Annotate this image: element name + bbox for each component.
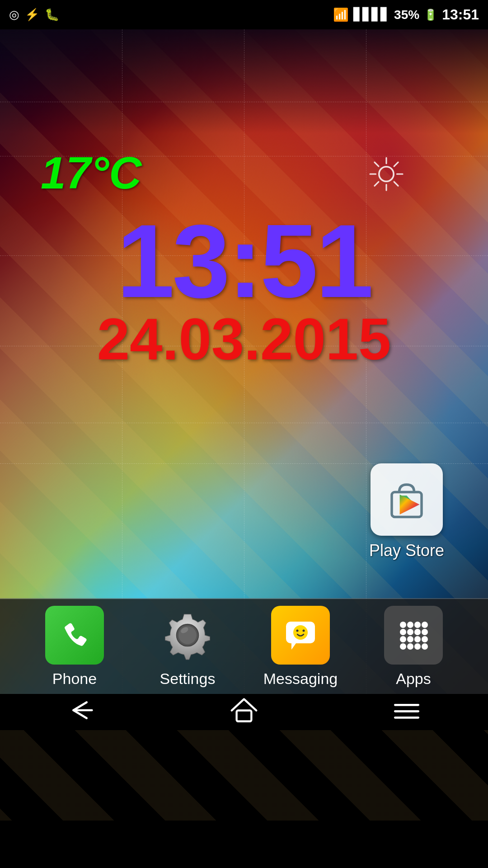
svg-marker-16 — [291, 643, 296, 650]
back-button[interactable] — [54, 699, 108, 726]
svg-point-30 — [414, 636, 421, 642]
apps-icon — [384, 606, 443, 665]
play-store-label: Play Store — [369, 541, 444, 560]
svg-point-24 — [400, 629, 406, 635]
usb-icon: ⚡ — [25, 8, 39, 22]
svg-marker-11 — [400, 495, 420, 514]
svg-point-22 — [414, 622, 421, 628]
dock: Phone — [0, 599, 488, 694]
apps-label: Apps — [396, 670, 431, 688]
wifi-icon: 📶 — [333, 7, 349, 22]
svg-point-17 — [293, 625, 308, 640]
viber-icon: ◎ — [9, 8, 19, 22]
svg-point-34 — [414, 643, 421, 650]
nav-bar — [0, 694, 488, 730]
svg-point-19 — [303, 629, 305, 632]
settings-icon — [158, 606, 217, 665]
clock-date: 24.03.2015 — [0, 305, 488, 373]
menu-button[interactable] — [380, 699, 434, 726]
play-store-icon-bg — [371, 463, 443, 536]
svg-rect-36 — [237, 710, 252, 721]
play-store-app[interactable]: Play Store — [361, 463, 452, 560]
svg-point-28 — [400, 636, 406, 642]
status-right-icons: 📶 ▋▋▋▋ 35% 🔋 13:51 — [333, 6, 479, 23]
dock-item-settings[interactable]: Settings — [142, 606, 233, 688]
svg-point-20 — [400, 622, 406, 628]
temperature-display: 17°C — [41, 147, 141, 199]
svg-line-5 — [375, 162, 379, 166]
status-bar: ◎ ⚡ 🐛 📶 ▋▋▋▋ 35% 🔋 13:51 — [0, 0, 488, 29]
svg-point-32 — [400, 643, 406, 650]
bug-icon: 🐛 — [45, 8, 59, 22]
signal-icon: ▋▋▋▋ — [353, 8, 389, 22]
status-left-icons: ◎ ⚡ 🐛 — [9, 8, 59, 22]
svg-point-35 — [422, 643, 428, 650]
svg-point-29 — [407, 636, 413, 642]
svg-point-33 — [407, 643, 413, 650]
phone-label: Phone — [52, 670, 97, 688]
battery-label: 35% — [394, 8, 419, 22]
status-time: 13:51 — [442, 6, 479, 23]
clock-time: 13:51 — [0, 201, 488, 321]
svg-point-0 — [379, 167, 394, 181]
messaging-label: Messaging — [263, 670, 338, 688]
home-button[interactable] — [217, 697, 271, 728]
dock-item-phone[interactable]: Phone — [29, 606, 120, 688]
battery-icon: 🔋 — [424, 9, 437, 21]
svg-point-27 — [422, 629, 428, 635]
svg-line-6 — [394, 182, 398, 186]
dock-item-messaging[interactable]: Messaging — [255, 606, 346, 688]
messaging-icon — [271, 606, 330, 665]
svg-point-31 — [422, 636, 428, 642]
svg-point-26 — [414, 629, 421, 635]
svg-line-7 — [394, 162, 398, 166]
settings-label: Settings — [160, 670, 216, 688]
svg-point-18 — [296, 629, 299, 632]
top-dark-overlay — [0, 29, 488, 133]
sun-icon — [366, 154, 407, 194]
svg-point-25 — [407, 629, 413, 635]
widget-area: 17°C 13:51 24.03.2015 — [0, 29, 488, 730]
phone-icon — [45, 606, 104, 665]
dock-item-apps[interactable]: Apps — [368, 606, 459, 688]
svg-line-8 — [375, 182, 379, 186]
svg-point-21 — [407, 622, 413, 628]
svg-point-23 — [422, 622, 428, 628]
